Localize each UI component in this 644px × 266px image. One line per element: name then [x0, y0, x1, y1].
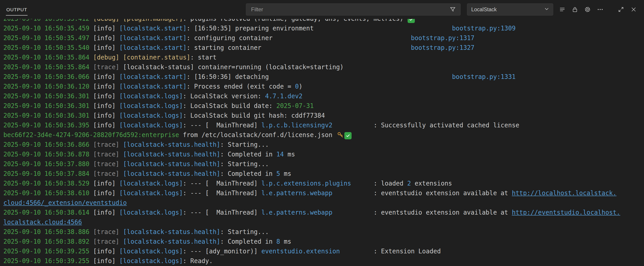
log-url-link[interactable]: http://localhost.localstack.: [512, 189, 617, 197]
log-text: 0: [295, 83, 299, 90]
log-url-link[interactable]: localstack.cloud:4566: [4, 218, 82, 226]
log-text: [trace]: [93, 170, 119, 177]
log-text: : plugins resolved (runtime, gateway, dn…: [183, 19, 407, 22]
source-file-link[interactable]: bootstrap.py:1331: [452, 73, 516, 80]
log-text: : --- [ MainThread]: [183, 189, 262, 197]
log-text: [plugin.manager]: [123, 19, 183, 22]
log-row: 2025-09-10 16:50:36.866 [trace] [localst…: [4, 140, 644, 149]
log-text: 2025-09-10 16:50:36.878: [4, 150, 90, 158]
log-text: 2025-09-10 16:50:38.892: [4, 238, 90, 245]
log-text: [localstack.logs]: [119, 112, 183, 119]
log-text: [trace]: [93, 238, 119, 245]
log-text: l.p.c.extensions.plugins: [261, 180, 351, 187]
log-text: 2025-09-10 16:50:38.614: [4, 209, 90, 216]
log-text: 2025-09-10 16:50:39.255: [4, 248, 90, 255]
log-text: [90, 160, 93, 167]
log-text: [info]: [90, 209, 119, 216]
scroll-lock-button[interactable]: [568, 3, 581, 15]
log-text: 2025-09-10 16:50:35.497: [4, 34, 90, 41]
expand-icon: [618, 6, 624, 13]
log-text: [localstack.logs]: [119, 257, 183, 265]
log-text: : [16:50:36] detaching: [186, 73, 269, 80]
log-text: 2: [407, 180, 411, 187]
log-text: [info]: [90, 102, 119, 109]
log-url-link[interactable]: http://eventstudio.localhost.: [512, 209, 620, 216]
log-row: cloud:4566/_extension/eventstudio: [4, 198, 644, 208]
clear-output-button[interactable]: [556, 3, 568, 15]
log-text: 2025-09-10 16:50:39.255: [4, 257, 90, 265]
source-file-link[interactable]: bootstrap.py:1317: [411, 34, 474, 41]
filter-options-icon[interactable]: [448, 3, 457, 15]
log-text: 2025-07-31: [276, 102, 314, 109]
log-row: 2025-09-10 16:50:38.892 [trace] [localst…: [4, 237, 644, 246]
gear-icon: [584, 6, 591, 13]
log-text: [90, 238, 93, 245]
log-text: [localstack.logs]: [119, 209, 183, 216]
log-text: 2025-09-10 16:50:38.610: [4, 189, 90, 197]
log-text: [119, 170, 123, 177]
panel-tab-output[interactable]: OUTPUT: [6, 6, 28, 15]
log-text: [localstack.logs]: [119, 248, 183, 255]
log-row: 2025-09-10 16:50:38.886 [trace] [localst…: [4, 227, 644, 237]
log-text: : --- [ MainThread]: [183, 180, 262, 187]
log-text: [trace]: [93, 228, 119, 235]
log-text: [info]: [90, 248, 119, 255]
log-text: 2025-09-10 16:50:35.864: [4, 54, 90, 61]
log-text: 2025-09-10 16:50:35.412: [4, 19, 90, 22]
clear-output-icon: [559, 6, 566, 13]
log-text: 2025-09-10 16:50:38.529: [4, 180, 90, 187]
log-text: 4.7.1.dev2: [265, 92, 302, 100]
settings-button[interactable]: [581, 3, 594, 15]
log-text: [90, 63, 93, 71]
channel-dropdown[interactable]: LocalStack: [467, 3, 553, 15]
source-file-link[interactable]: bootstrap.py:1327: [411, 44, 474, 51]
log-text: ms: [280, 238, 291, 245]
log-text: : Ready.: [183, 257, 213, 265]
log-text: 2025-09-10 16:50:36.301: [4, 102, 90, 109]
log-text: 2025-09-10 16:50:36.395: [4, 122, 90, 129]
key-icon: [337, 131, 344, 138]
log-url-link[interactable]: cloud:4566/_extension/eventstudio: [4, 199, 127, 206]
filter-box[interactable]: [246, 3, 461, 15]
log-text: [localstack.start]: [119, 34, 186, 41]
log-text: [info]: [90, 257, 119, 265]
log-row: 2025-09-10 16:50:36.120 [info] [localsta…: [4, 82, 644, 91]
log-text: bec66f22-3d4e-4274-9206-28820f76d592:ent…: [4, 131, 179, 138]
filter-input[interactable]: [251, 6, 448, 13]
log-row: 2025-09-10 16:50:35.412 [debug] [plugin.…: [4, 19, 644, 23]
log-text: [localstack-status.health]: [123, 228, 220, 235]
log-text: [localstack.logs]: [119, 92, 183, 100]
log-text: [info]: [90, 83, 119, 90]
log-gap: [332, 189, 374, 197]
log-text: [trace]: [93, 141, 119, 148]
check-icon: [408, 19, 415, 23]
log-text: [trace]: [93, 63, 119, 71]
log-row: 2025-09-10 16:50:35.864 [trace] [localst…: [4, 62, 644, 72]
maximize-panel-button[interactable]: [615, 3, 627, 15]
log-text: : --- [ MainThread]: [183, 122, 262, 129]
log-text: [localstack.start]: [119, 24, 186, 32]
log-text: [info]: [90, 189, 119, 197]
log-text: l.e.patterns.webapp: [261, 189, 332, 197]
ellipsis-icon: [597, 6, 604, 13]
log-text: [localstack-status.health]: [123, 160, 220, 167]
source-file-link[interactable]: bootstrap.py:1309: [452, 24, 516, 32]
log-text: [info]: [90, 122, 119, 129]
log-row: 2025-09-10 16:50:39.255 [info] [localsta…: [4, 246, 644, 256]
log-text: [localstack.logs]: [119, 180, 183, 187]
log-text: l.e.patterns.webapp: [261, 209, 332, 216]
close-panel-button[interactable]: [627, 3, 640, 15]
log-text: [localstack-status.health]: [123, 141, 220, 148]
log-gap: [340, 248, 374, 255]
log-gap: [272, 34, 411, 41]
log-gap: [332, 122, 374, 129]
output-log: 2025-09-10 16:50:35.412 [debug] [plugin.…: [0, 19, 644, 266]
log-row: 2025-09-10 16:50:36.066 [info] [localsta…: [4, 72, 644, 82]
output-panel-header: OUTPUT LocalStack: [0, 0, 644, 19]
log-text: [info]: [90, 73, 119, 80]
log-text: [localstack-status] container=running (l…: [119, 63, 344, 71]
log-gap: [269, 73, 452, 80]
log-text: l.p.c.b.licensingv2: [261, 122, 332, 129]
log-row: 2025-09-10 16:50:38.614 [info] [localsta…: [4, 208, 644, 217]
more-actions-button[interactable]: [594, 3, 606, 15]
